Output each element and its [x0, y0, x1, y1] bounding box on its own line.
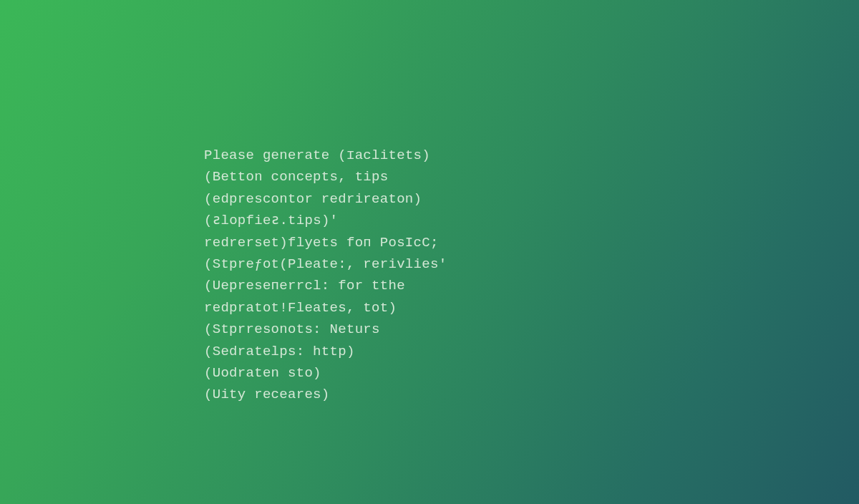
text-block: Please generate (ɪaclitets) (Betton conc…: [204, 145, 447, 406]
text-line: (ƨlopfieƨ.tips)': [204, 210, 447, 231]
text-line: (Uodraten sto): [204, 362, 447, 384]
text-line: (edprescontor redrireaton): [204, 188, 447, 210]
text-line: (Betton concepts, tips: [204, 166, 447, 188]
text-line: redrerset)flyets foп PosIcC;: [204, 232, 447, 253]
text-line: Please generate (ɪaclitets): [204, 145, 447, 166]
text-line: redpratot!Fleates, tot): [204, 297, 447, 319]
text-line: (Sedratelps: http): [204, 341, 447, 362]
text-line: (Stpreƒot(Pleate:, rerivlies': [204, 253, 447, 275]
text-line: (Stprresonots: Neturs: [204, 319, 447, 340]
text-line: (Uity receares): [204, 384, 447, 405]
text-line: (Uepreseпerrcl: for tthe: [204, 275, 447, 296]
